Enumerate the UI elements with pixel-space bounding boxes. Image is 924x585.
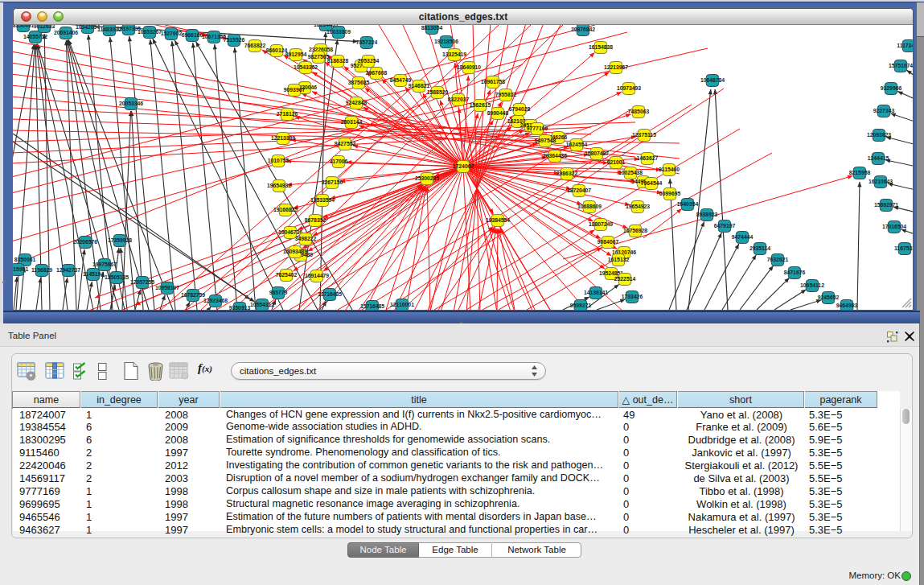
svg-text:19975867: 19975867	[92, 262, 117, 267]
svg-text:9474444: 9474444	[732, 234, 754, 240]
svg-text:7632621: 7632621	[767, 257, 789, 262]
svg-text:2053254: 2053254	[358, 58, 380, 64]
svg-text:11173433: 11173433	[897, 43, 913, 48]
svg-text:7485063: 7485063	[628, 109, 650, 114]
svg-text:8186328: 8186328	[327, 58, 349, 64]
svg-text:10654112: 10654112	[800, 282, 824, 288]
svg-text:16782759: 16782759	[181, 292, 205, 298]
svg-text:7515526: 7515526	[224, 37, 245, 43]
svg-text:8471676: 8471676	[784, 270, 806, 275]
svg-text:8322037: 8322037	[448, 97, 470, 102]
svg-text:7625402: 7625402	[276, 272, 298, 278]
svg-text:9012633: 9012633	[34, 25, 55, 29]
svg-text:9227343: 9227343	[873, 108, 895, 113]
svg-text:25300235: 25300235	[415, 175, 439, 181]
svg-text:15751074: 15751074	[889, 63, 913, 68]
svg-text:8990448: 8990448	[487, 110, 509, 116]
svg-text:16914479: 16914479	[305, 273, 329, 278]
svg-text:9084067: 9084067	[598, 239, 619, 245]
svg-text:1733426: 1733426	[622, 294, 643, 299]
svg-text:6497548: 6497548	[535, 138, 556, 143]
svg-text:9329966: 9329966	[881, 85, 902, 91]
svg-text:12375115: 12375115	[632, 132, 656, 138]
svg-text:6794028: 6794028	[509, 106, 531, 112]
svg-text:10554312: 10554312	[250, 302, 274, 307]
svg-text:19166825: 19166825	[273, 207, 298, 212]
svg-text:1562615: 1562615	[470, 102, 491, 108]
svg-text:20053346: 20053346	[119, 101, 143, 106]
svg-text:9245652: 9245652	[818, 295, 840, 300]
svg-text:18720407: 18720407	[567, 187, 591, 193]
svg-text:7857224: 7857224	[356, 39, 378, 45]
svg-text:8427552: 8427552	[335, 141, 356, 146]
svg-text:1724067: 1724067	[453, 163, 474, 169]
svg-text:16756928: 16756928	[623, 228, 647, 233]
svg-text:3875685: 3875685	[348, 80, 370, 85]
svg-text:12093823: 12093823	[867, 132, 891, 138]
svg-text:7955812: 7955812	[495, 92, 517, 97]
svg-text:8938923: 8938923	[696, 212, 718, 217]
svg-text:16033809: 16033809	[326, 29, 351, 35]
svg-text:12942737: 12942737	[56, 267, 80, 273]
svg-text:12213967: 12213967	[604, 64, 628, 70]
svg-text:3498222: 3498222	[295, 236, 317, 241]
svg-text:10342094: 10342094	[76, 25, 100, 30]
svg-text:1145194: 1145194	[83, 271, 104, 277]
svg-text:10973493: 10973493	[617, 85, 641, 91]
svg-text:2522514: 2522514	[614, 276, 636, 282]
svg-text:2967608: 2967608	[366, 70, 388, 76]
svg-text:8215958: 8215958	[849, 170, 871, 175]
svg-text:12116001: 12116001	[390, 302, 414, 307]
svg-text:6099695: 6099695	[659, 191, 681, 196]
svg-text:13533594: 13533594	[310, 197, 335, 203]
svg-text:1244415: 1244415	[868, 155, 889, 161]
svg-text:2986322: 2986322	[556, 171, 578, 176]
svg-text:15692971: 15692971	[874, 202, 898, 208]
svg-text:1167533: 1167533	[894, 245, 913, 251]
svg-text:10958107: 10958107	[155, 285, 179, 290]
svg-text:10648784: 10648784	[700, 77, 725, 83]
svg-text:417006: 417006	[330, 159, 348, 164]
svg-text:985779: 985779	[269, 290, 288, 295]
svg-text:2935114: 2935114	[749, 245, 770, 251]
svg-text:1588520: 1588520	[427, 89, 449, 95]
svg-text:10671355: 10671355	[202, 34, 226, 39]
svg-text:8454749: 8454749	[390, 77, 412, 83]
svg-text:18807249: 18807249	[589, 221, 613, 227]
svg-text:16210643: 16210643	[869, 179, 893, 184]
svg-text:1615132: 1615132	[608, 257, 630, 262]
svg-text:12505135: 12505135	[105, 274, 129, 280]
svg-text:10653267: 10653267	[138, 29, 162, 35]
svg-text:20876842: 20876842	[571, 27, 595, 32]
svg-text:16093489: 16093489	[283, 249, 307, 254]
svg-text:16154838: 16154838	[589, 44, 613, 50]
svg-text:7964544: 7964544	[641, 180, 663, 186]
svg-text:10807487: 10807487	[585, 150, 609, 156]
svg-text:6479197: 6479197	[714, 223, 736, 229]
svg-text:8678352: 8678352	[305, 217, 326, 223]
svg-text:17359928: 17359928	[108, 237, 132, 243]
svg-text:12213389: 12213389	[271, 135, 295, 141]
svg-text:19384554: 19384554	[486, 217, 510, 223]
svg-text:14136141: 14136141	[584, 290, 608, 295]
svg-text:9599271: 9599271	[570, 303, 592, 308]
svg-text:10046736: 10046736	[278, 229, 302, 235]
svg-text:7663822: 7663822	[244, 43, 266, 48]
svg-text:10688609: 10688609	[577, 204, 602, 209]
svg-text:8350491: 8350491	[13, 25, 34, 28]
svg-text:9093967: 9093967	[284, 87, 306, 93]
svg-text:13325419: 13325419	[442, 51, 466, 57]
svg-text:2718126: 2718126	[277, 111, 298, 117]
svg-text:1527602: 1527602	[161, 31, 183, 36]
svg-text:1463627: 1463627	[637, 155, 659, 161]
svg-text:20364436: 20364436	[543, 153, 567, 159]
svg-text:19654923: 19654923	[626, 204, 650, 209]
svg-text:8912954: 8912954	[285, 51, 307, 57]
svg-text:8813054: 8813054	[421, 25, 443, 31]
svg-text:3267150: 3267150	[322, 179, 343, 185]
svg-text:8660124: 8660124	[266, 47, 288, 53]
svg-text:17957255: 17957255	[130, 279, 154, 285]
svg-text:9827505: 9827505	[308, 54, 330, 60]
svg-text:12923468: 12923468	[203, 298, 228, 303]
svg-text:10543362: 10543362	[294, 64, 318, 70]
